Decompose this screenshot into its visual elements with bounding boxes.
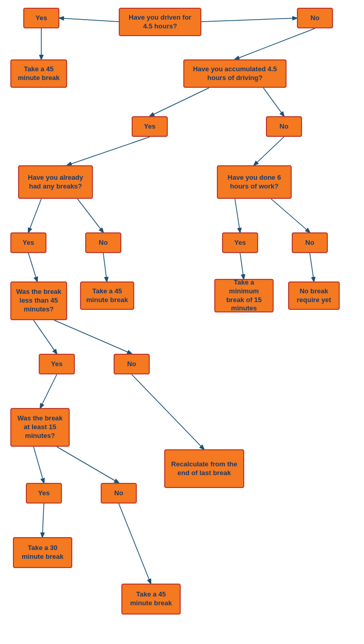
node-yes-top: Yes bbox=[23, 8, 59, 28]
svg-line-10 bbox=[235, 199, 240, 232]
svg-line-9 bbox=[77, 199, 103, 232]
svg-line-14 bbox=[240, 253, 244, 279]
svg-line-13 bbox=[103, 253, 107, 281]
node-no-break: No break require yet bbox=[288, 281, 340, 310]
node-accumulated: Have you accumulated 4.5 hours of drivin… bbox=[183, 59, 287, 88]
svg-line-3 bbox=[235, 28, 315, 59]
flowchart: Yes (left arrow) --> No (right arrow) --… bbox=[0, 0, 364, 644]
node-no-2: No bbox=[266, 116, 302, 137]
node-break-atleast15: Was the break at least 15 minutes? bbox=[10, 408, 70, 447]
node-yes-3b: Yes bbox=[222, 232, 258, 253]
svg-line-22 bbox=[42, 504, 44, 537]
svg-line-19 bbox=[132, 374, 204, 449]
svg-line-23 bbox=[119, 504, 151, 584]
node-take45-1: Take a 45 minute break bbox=[10, 59, 67, 88]
svg-line-12 bbox=[28, 253, 37, 281]
svg-line-4 bbox=[150, 88, 209, 116]
node-take-min15: Take a minimum break of 15 minutes bbox=[214, 279, 274, 312]
svg-line-18 bbox=[40, 374, 57, 408]
node-yes-5: Yes bbox=[26, 483, 62, 504]
svg-line-8 bbox=[28, 199, 41, 232]
svg-line-11 bbox=[271, 199, 310, 232]
svg-line-5 bbox=[263, 88, 284, 116]
svg-line-1 bbox=[201, 18, 297, 22]
svg-line-21 bbox=[57, 447, 119, 483]
svg-line-17 bbox=[54, 320, 132, 354]
node-no-top: No bbox=[297, 8, 333, 28]
node-no-3b: No bbox=[292, 232, 328, 253]
svg-line-0 bbox=[59, 18, 119, 22]
node-had-breaks: Have you already had any breaks? bbox=[18, 165, 93, 199]
node-have-driven: Have you driven for 4.5 hours? bbox=[119, 8, 201, 36]
node-done6hours: Have you done 6 hours of work? bbox=[217, 165, 292, 199]
node-break-lt45: Was the break less than 45 minutes? bbox=[10, 281, 67, 320]
svg-line-6 bbox=[67, 137, 150, 165]
svg-line-15 bbox=[310, 253, 314, 281]
node-take30: Take a 30 minute break bbox=[13, 537, 72, 568]
node-no-4: No bbox=[114, 354, 150, 374]
node-no-3a: No bbox=[85, 232, 121, 253]
node-recalculate: Recalculate from the end of last break bbox=[164, 449, 244, 488]
node-take45-2: Take a 45 minute break bbox=[80, 281, 134, 310]
svg-line-7 bbox=[254, 137, 284, 165]
node-yes-2: Yes bbox=[132, 116, 168, 137]
svg-line-20 bbox=[34, 447, 44, 483]
node-yes-4: Yes bbox=[39, 354, 75, 374]
svg-line-16 bbox=[34, 320, 57, 354]
node-yes-3a: Yes bbox=[10, 232, 46, 253]
node-no-5: No bbox=[101, 483, 137, 504]
node-take45-3: Take a 45 minute break bbox=[121, 584, 181, 615]
